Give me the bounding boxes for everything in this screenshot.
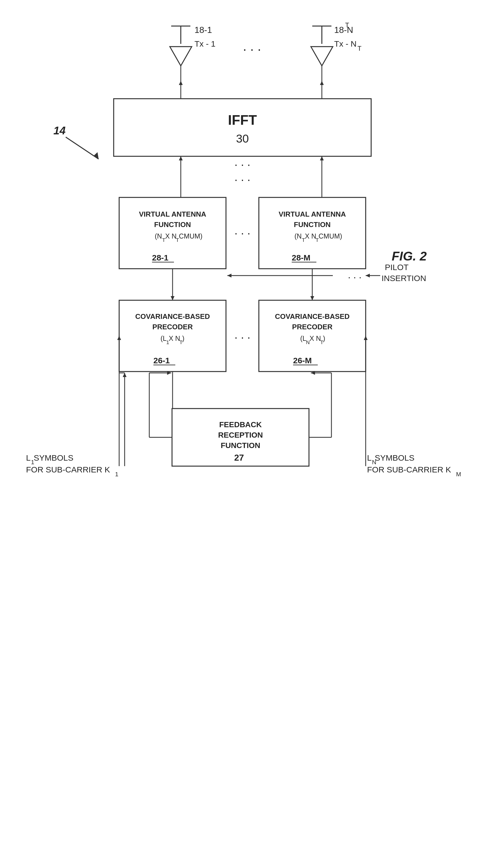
cbpM-t2: PRECODER: [292, 323, 332, 331]
cbp-dots: . . .: [234, 328, 250, 341]
lN-t1b: SYMBOLS: [375, 453, 414, 462]
fig14-label: 14: [53, 124, 66, 137]
ifft-top-dots: . . .: [234, 155, 250, 168]
l1-t1b: SYMBOLS: [34, 453, 73, 462]
cbp1-size-x: X N: [169, 334, 180, 342]
l1-t2-sub: 1: [115, 471, 118, 478]
vafM-size-cmum: CMUM): [319, 232, 342, 240]
vafM-size-paren: (N: [294, 232, 302, 240]
lN-t1: L: [367, 453, 372, 462]
cbpM-size: (L: [300, 334, 306, 342]
cbp1-size-close: ): [182, 334, 184, 342]
fb-t3: FUNCTION: [221, 441, 260, 450]
cbp1-size: (L: [161, 334, 166, 342]
lN-t2: FOR SUB-CARRIER K: [367, 465, 451, 474]
vaf1-t2: FUNCTION: [154, 221, 191, 229]
ifft-vaf-dots: . . .: [234, 171, 250, 184]
vafM-t2: FUNCTION: [294, 221, 330, 229]
cbp1-t1: COVARIANCE-BASED: [135, 312, 210, 320]
main-diagram: 14 18-1 Tx - 1 18-N T Tx - N T . . . IFF…: [0, 0, 504, 850]
fb-t1: FEEDBACK: [219, 420, 262, 429]
vafM-id: 28-M: [292, 253, 310, 262]
cbp1-id: 26-1: [154, 356, 170, 365]
ifft-text: IFFT: [228, 112, 257, 128]
pilot-t1: PILOT: [385, 263, 409, 272]
vaf1-id: 28-1: [152, 253, 168, 262]
antN-id-sub: T: [345, 21, 349, 29]
pilot-t2: INSERTION: [381, 274, 426, 283]
vafM-t1: VIRTUAL ANTENNA: [278, 210, 346, 218]
ant1-tx: Tx - 1: [195, 39, 216, 48]
fb-id: 27: [234, 453, 244, 463]
vaf1-t1: VIRTUAL ANTENNA: [139, 210, 206, 218]
antN-id: 18-N: [334, 25, 353, 35]
lN-t2-sub: M: [456, 471, 461, 478]
vaf1-size-cmum: CMUM): [179, 232, 202, 240]
cbp1-t2: PRECODER: [152, 323, 193, 331]
cbpM-size-close: ): [323, 334, 325, 342]
vaf1-size-x: X N: [165, 232, 177, 240]
l1-t2: FOR SUB-CARRIER K: [26, 465, 110, 474]
cbpM-id: 26-M: [293, 356, 312, 365]
l1-t1: L: [26, 453, 31, 462]
vaf1-size-paren: (N: [155, 232, 162, 240]
ant1-id: 18-1: [195, 25, 212, 35]
ifft-num: 30: [236, 132, 249, 145]
antN-tx: Tx - N: [334, 39, 357, 48]
pilot-dots: . . .: [348, 269, 362, 280]
vafM-size-x: X N: [305, 232, 317, 240]
antN-tx-sub: T: [358, 45, 362, 52]
cbpM-t1: COVARIANCE-BASED: [275, 312, 350, 320]
cbpM-size-sub: N: [306, 340, 310, 345]
fig2-label: FIG. 2: [392, 249, 427, 263]
vaf-dots: . . .: [234, 224, 250, 237]
ant-dots: . . .: [243, 39, 261, 53]
fb-t2: RECEPTION: [218, 431, 263, 439]
cbpM-size-x: X N: [309, 334, 321, 342]
